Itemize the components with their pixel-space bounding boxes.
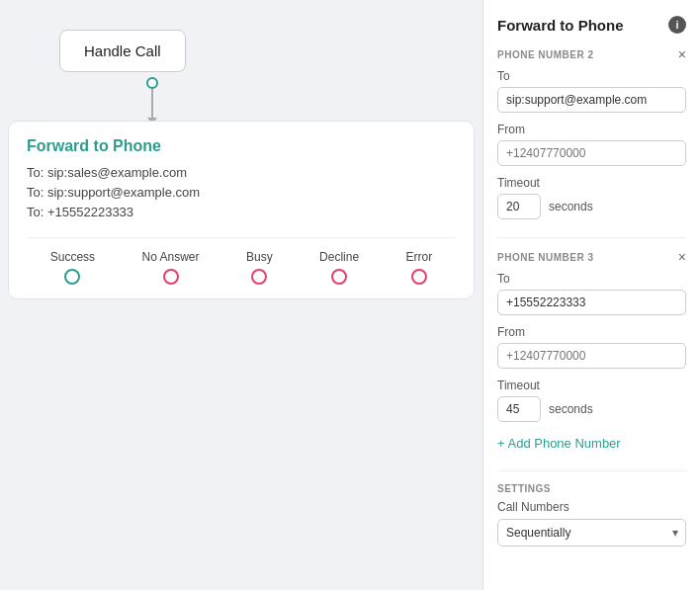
handle-call-node[interactable]: Handle Call	[59, 30, 186, 72]
phone3-to-input[interactable]	[497, 290, 686, 315]
phone-number-3-close[interactable]: ×	[678, 250, 686, 264]
output-item: Error	[406, 250, 433, 285]
forward-node-to-2: To: sip:support@example.com	[27, 185, 456, 200]
node-outputs: SuccessNo AnswerBusyDeclineError	[27, 237, 456, 298]
connector-arrow	[151, 89, 153, 119]
output-item: Busy	[246, 250, 273, 285]
phone-number-2-close[interactable]: ×	[678, 47, 686, 61]
divider-2	[497, 470, 686, 471]
output-dot[interactable]	[331, 269, 347, 285]
settings-section-label: SETTINGS	[497, 483, 686, 494]
output-item: No Answer	[142, 250, 200, 285]
output-item: Decline	[319, 250, 359, 285]
output-dot[interactable]	[411, 269, 427, 285]
add-phone-button[interactable]: + Add Phone Number	[497, 436, 686, 451]
output-item: Success	[50, 250, 95, 285]
phone3-to-label: To	[497, 272, 686, 286]
phone2-to-label: To	[497, 69, 686, 83]
flow-canvas: Handle Call Forward to Phone To: sip:sal…	[0, 0, 482, 590]
handle-call-label: Handle Call	[84, 42, 161, 59]
call-numbers-label: Call Numbers	[497, 500, 686, 514]
panel-title: Forward to Phone	[497, 17, 624, 34]
phone3-from-label: From	[497, 325, 686, 339]
call-numbers-select-wrapper: SequentiallySimultaneouslyRandom ▾	[497, 519, 686, 547]
output-dot[interactable]	[163, 269, 179, 285]
call-numbers-select[interactable]: SequentiallySimultaneouslyRandom	[497, 519, 686, 547]
output-label: No Answer	[142, 250, 200, 264]
output-label: Success	[50, 250, 95, 264]
phone2-timeout-input[interactable]	[497, 194, 541, 219]
info-icon[interactable]: i	[668, 16, 686, 34]
output-dot[interactable]	[64, 269, 80, 285]
output-label: Busy	[246, 250, 273, 264]
phone3-timeout-label: Timeout	[497, 379, 686, 392]
phone2-from-input[interactable]	[497, 140, 686, 166]
right-panel: Forward to Phone i PHONE NUMBER 2 × To F…	[482, 0, 700, 590]
panel-header: Forward to Phone i	[497, 16, 686, 34]
divider-1	[497, 237, 686, 238]
phone2-timeout-label: Timeout	[497, 176, 686, 190]
phone3-timeout-row: seconds	[497, 396, 686, 422]
output-label: Decline	[319, 250, 359, 264]
phone3-seconds-label: seconds	[549, 402, 593, 416]
phone2-to-input[interactable]	[497, 87, 686, 113]
phone2-seconds-label: seconds	[549, 200, 593, 213]
forward-node-to-1: To: sip:sales@example.com	[27, 165, 456, 180]
phone-number-3-label: PHONE NUMBER 3	[497, 252, 594, 263]
forward-to-phone-node[interactable]: Forward to Phone To: sip:sales@example.c…	[8, 121, 475, 299]
phone3-timeout-input[interactable]	[497, 396, 541, 422]
phone-number-2-header: PHONE NUMBER 2 ×	[497, 47, 686, 61]
output-dot[interactable]	[251, 269, 267, 285]
phone-number-3-header: PHONE NUMBER 3 ×	[497, 250, 686, 264]
phone2-from-label: From	[497, 123, 686, 136]
output-label: Error	[406, 250, 433, 264]
forward-node-to-3: To: +15552223333	[27, 205, 456, 219]
connector-dot	[146, 77, 158, 89]
phone3-from-input[interactable]	[497, 343, 686, 369]
phone-number-2-label: PHONE NUMBER 2	[497, 49, 594, 60]
phone2-timeout-row: seconds	[497, 194, 686, 219]
forward-node-title: Forward to Phone	[27, 137, 456, 155]
